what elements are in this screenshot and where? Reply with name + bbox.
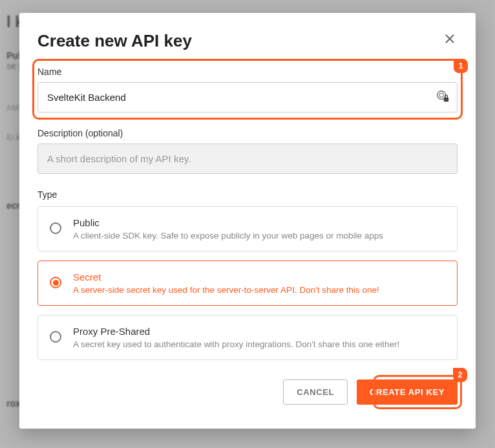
type-field-group: Type Public A client-side SDK key. Safe …: [37, 189, 458, 369]
type-label: Type: [37, 189, 458, 200]
svg-rect-2: [444, 97, 448, 101]
name-field-group: 1 Name: [37, 67, 458, 112]
name-label: Name: [37, 67, 458, 77]
create-api-key-button[interactable]: Create API Key: [357, 379, 458, 405]
close-button[interactable]: [442, 31, 458, 47]
name-input[interactable]: [37, 82, 458, 112]
type-option-proxy[interactable]: Proxy Pre-Shared A secret key used to au…: [37, 315, 458, 360]
type-desc-secret: A server-side secret key used for the se…: [73, 285, 379, 295]
type-option-secret[interactable]: Secret A server-side secret key used for…: [37, 261, 458, 306]
description-field-group: Description (optional): [37, 128, 458, 174]
type-desc-public: A client-side SDK key. Safe to expose pu…: [73, 231, 383, 240]
modal-header: Create new API key: [37, 31, 458, 51]
cancel-button[interactable]: Cancel: [283, 379, 348, 405]
description-input[interactable]: [37, 144, 458, 174]
annotation-badge-2: 2: [453, 368, 467, 382]
close-icon: [445, 34, 455, 44]
type-title-public: Public: [73, 217, 383, 228]
lock-cursor-icon: [436, 89, 450, 106]
description-label: Description (optional): [37, 128, 458, 138]
radio-proxy[interactable]: [50, 331, 61, 343]
type-title-proxy: Proxy Pre-Shared: [73, 326, 399, 337]
type-desc-proxy: A secret key used to authenticate with p…: [73, 339, 399, 349]
radio-public[interactable]: [50, 222, 61, 234]
radio-secret[interactable]: [50, 277, 61, 288]
svg-point-1: [439, 92, 443, 96]
type-option-public[interactable]: Public A client-side SDK key. Safe to ex…: [37, 206, 458, 251]
create-api-key-modal: Create new API key 1 Name Description (o…: [19, 13, 476, 429]
modal-title: Create new API key: [37, 31, 192, 51]
type-option-list: Public A client-side SDK key. Safe to ex…: [37, 206, 458, 360]
annotation-badge-1: 1: [454, 59, 468, 73]
modal-footer: Cancel Create API Key 2: [37, 379, 458, 405]
type-title-secret: Secret: [73, 272, 379, 283]
